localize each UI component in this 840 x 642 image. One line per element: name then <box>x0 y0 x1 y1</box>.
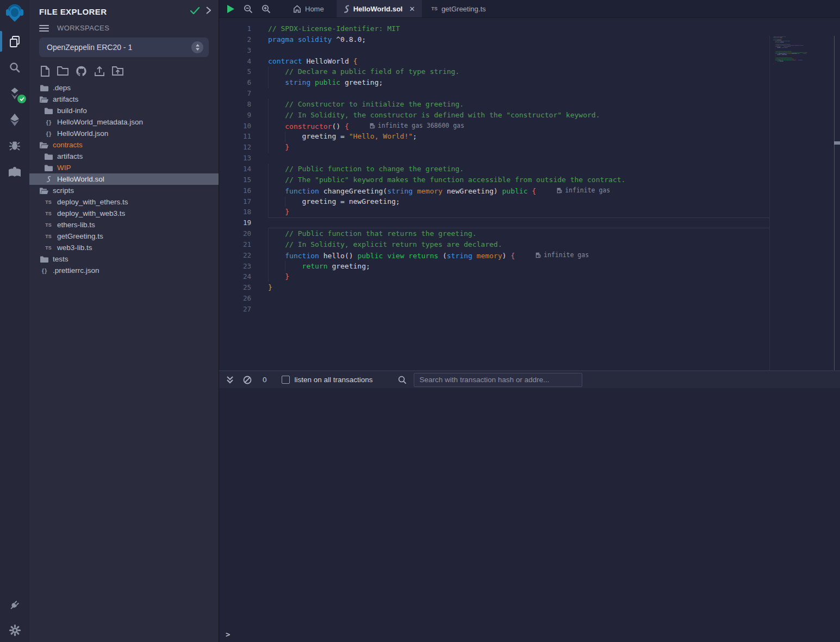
code-line-19[interactable]: 19 <box>219 217 769 228</box>
line-number: 26 <box>219 293 268 304</box>
ts-file-icon: TS <box>431 6 438 11</box>
code-line-10[interactable]: 10constructor() {infinite gas 368600 gas <box>219 121 769 132</box>
tree-item-tests[interactable]: tests <box>29 253 219 265</box>
code-line-13[interactable]: 13 <box>219 153 769 164</box>
clear-console-icon[interactable] <box>243 376 252 384</box>
listen-transactions-checkbox[interactable] <box>282 376 290 384</box>
code-line-12[interactable]: 12} <box>219 142 769 153</box>
code-line-18[interactable]: 18} <box>219 207 769 217</box>
code-line-26[interactable]: 26 <box>219 293 769 304</box>
code-line-27[interactable]: 27 <box>219 304 769 315</box>
tree-item-.prettierrc.json[interactable]: { }.prettierrc.json <box>29 265 219 276</box>
tree-item-label: HelloWorld_metadata.json <box>57 118 143 126</box>
line-content: } <box>268 271 769 282</box>
tree-item-label: deploy_with_ethers.ts <box>57 198 128 206</box>
code-line-17[interactable]: 17greeting = newGreeting; <box>219 196 769 207</box>
code-line-9[interactable]: 9// In Solidity, the constructor is defi… <box>219 110 769 121</box>
code-line-21[interactable]: 21// In Solidity, explicit return types … <box>219 239 769 250</box>
workspace-ok-check-icon[interactable] <box>190 7 200 16</box>
tab-label: HelloWorld.sol <box>353 5 403 13</box>
tree-item-contracts[interactable]: contracts <box>29 139 219 151</box>
tree-item-deploy_with_web3.ts[interactable]: TSdeploy_with_web3.ts <box>29 208 219 219</box>
editor-scrollbar[interactable] <box>834 36 840 370</box>
line-number: 15 <box>219 174 268 185</box>
line-number: 27 <box>219 304 268 315</box>
run-script-button[interactable] <box>227 4 235 14</box>
code-line-15[interactable]: 15// The "public" keyword makes the func… <box>219 174 769 185</box>
workspace-select[interactable]: OpenZeppelin ERC20 - 1 <box>39 38 209 57</box>
tab-home[interactable]: Home <box>286 0 331 17</box>
solidity-icon <box>43 176 53 183</box>
terminal-collapse-icon[interactable] <box>226 376 234 384</box>
line-number: 6 <box>219 77 268 88</box>
tree-item-build-info[interactable]: build-info <box>29 105 219 116</box>
tree-item-web3-lib.ts[interactable]: TSweb3-lib.ts <box>29 242 219 253</box>
sidebar-item-file-explorer[interactable] <box>0 28 29 54</box>
sidebar-item-deploy-and-run[interactable] <box>0 107 29 133</box>
tree-item-label: .deps <box>53 84 71 92</box>
sidebar-item-debugger[interactable] <box>0 133 29 159</box>
listen-transactions-label[interactable]: listen on all transactions <box>295 376 373 384</box>
code-line-14[interactable]: 14// Public function to change the greet… <box>219 164 769 174</box>
code-line-23[interactable]: 23return greeting; <box>219 261 769 272</box>
code-line-16[interactable]: 16function changeGreeting(string memory … <box>219 185 769 196</box>
tree-item-HelloWorld_metadata.json[interactable]: { }HelloWorld_metadata.json <box>29 116 219 128</box>
upload-folder-icon[interactable] <box>112 66 123 77</box>
new-file-icon[interactable] <box>40 66 50 77</box>
code-line-3[interactable]: 3 <box>219 45 769 56</box>
code-editor[interactable]: 1// SPDX-License-Identifier: MIT2pragma … <box>219 18 840 370</box>
tree-item-deploy_with_ethers.ts[interactable]: TSdeploy_with_ethers.ts <box>29 196 219 208</box>
tree-item-HelloWorld.sol[interactable]: HelloWorld.sol <box>29 173 219 185</box>
code-line-5[interactable]: 5// Declare a public field of type strin… <box>219 66 769 77</box>
code-line-22[interactable]: 22function hello() public view returns (… <box>219 250 769 261</box>
line-content: // In Solidity, explicit return types ar… <box>268 239 769 250</box>
code-line-1[interactable]: 1// SPDX-License-Identifier: MIT <box>219 23 769 34</box>
tree-item-getGreeting.ts[interactable]: TSgetGreeting.ts <box>29 230 219 242</box>
workspaces-menu-icon[interactable] <box>39 25 49 32</box>
tree-item-ethers-lib.ts[interactable]: TSethers-lib.ts <box>29 219 219 230</box>
transaction-search-input[interactable] <box>414 373 582 387</box>
sidebar-item-plugin-manager[interactable] <box>0 592 29 618</box>
code-line-11[interactable]: 11greeting = "Hello, World!"; <box>219 131 769 142</box>
tab-helloworld-sol[interactable]: HelloWorld.sol ✕ <box>337 0 422 17</box>
zoom-in-icon[interactable] <box>262 4 271 14</box>
code-line-7[interactable]: 7 <box>219 88 769 99</box>
line-content: } <box>268 282 769 293</box>
code-line-24[interactable]: 24} <box>219 271 769 282</box>
panel-expand-chevron-icon[interactable] <box>206 7 211 16</box>
code-line-27[interactable]: 27 <box>773 65 831 66</box>
code-line-8[interactable]: 8// Constructor to initialize the greeti… <box>219 99 769 110</box>
gear-icon <box>9 624 21 637</box>
line-content: string public greeting; <box>268 77 769 88</box>
new-folder-icon[interactable] <box>57 66 69 77</box>
code-line-6[interactable]: 6string public greeting; <box>219 77 769 88</box>
tree-item-.deps[interactable]: .deps <box>29 82 219 94</box>
search-icon <box>8 61 21 74</box>
tree-item-artifacts[interactable]: artifacts <box>29 151 219 162</box>
sidebar-item-search[interactable] <box>0 54 29 80</box>
tree-item-artifacts[interactable]: artifacts <box>29 94 219 105</box>
scrollbar-handle[interactable] <box>834 141 840 145</box>
file-explorer-toolbar <box>29 57 219 81</box>
sidebar-item-settings[interactable] <box>0 618 29 642</box>
tab-getgreeting-ts[interactable]: TS getGreeting.ts <box>424 0 493 17</box>
remix-logo-icon[interactable] <box>0 0 29 28</box>
sidebar-item-solidity-compiler[interactable] <box>0 80 29 107</box>
code-line-2[interactable]: 2pragma solidity ^0.8.0; <box>219 34 769 45</box>
tree-item-HelloWorld.json[interactable]: { }HelloWorld.json <box>29 128 219 139</box>
close-tab-icon[interactable]: ✕ <box>409 5 415 13</box>
terminal-output[interactable]: > <box>219 388 840 642</box>
tree-item-scripts[interactable]: scripts <box>29 185 219 196</box>
code-line-4[interactable]: 4contract HelloWorld { <box>219 56 769 67</box>
tree-item-WIP[interactable]: WIP <box>29 162 219 173</box>
line-content: // Public function that returns the gree… <box>268 228 769 239</box>
minimap[interactable]: 1// SPDX-License-Identifier: MIT2pragma … <box>769 36 835 370</box>
remix-ide-window: FILE EXPLORER WORKSPACES OpenZeppelin ER… <box>0 0 840 642</box>
upload-file-icon[interactable] <box>94 66 105 77</box>
code-line-25[interactable]: 25} <box>219 282 769 293</box>
sidebar-item-learneth[interactable] <box>0 159 29 185</box>
code-line-20[interactable]: 20// Public function that returns the gr… <box>219 228 769 239</box>
github-icon[interactable] <box>76 66 87 77</box>
zoom-out-icon[interactable] <box>244 4 253 14</box>
line-number: 4 <box>219 56 268 67</box>
